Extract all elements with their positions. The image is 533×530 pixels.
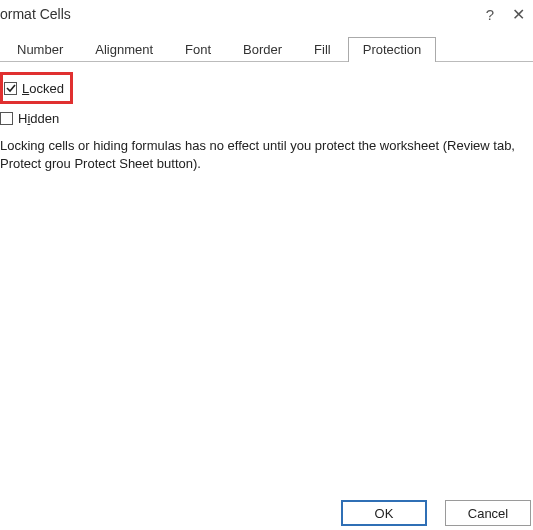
title-bar-buttons: ? ✕ [486,5,529,24]
close-icon[interactable]: ✕ [512,5,525,24]
option-locked[interactable]: Locked [4,77,64,99]
highlight-locked: Locked [0,72,73,104]
tab-strip: Number Alignment Font Border Fill Protec… [0,34,533,62]
option-locked-label: Locked [22,81,64,96]
help-icon[interactable]: ? [486,6,494,23]
tab-alignment[interactable]: Alignment [80,37,168,62]
option-hidden[interactable]: Hidden [0,107,533,129]
dialog-title: ormat Cells [0,6,71,22]
checkbox-icon[interactable] [4,82,17,95]
title-bar: ormat Cells ? ✕ [0,0,533,28]
checkbox-icon[interactable] [0,112,13,125]
tab-content: Locked Hidden Locking cells or hiding fo… [0,62,533,172]
option-hidden-label: Hidden [18,111,59,126]
dialog-footer: OK Cancel [341,500,531,526]
tab-font[interactable]: Font [170,37,226,62]
tab-number[interactable]: Number [2,37,78,62]
tab-protection[interactable]: Protection [348,37,437,62]
tab-fill[interactable]: Fill [299,37,346,62]
help-text: Locking cells or hiding formulas has no … [0,137,533,172]
cancel-button[interactable]: Cancel [445,500,531,526]
tab-border[interactable]: Border [228,37,297,62]
ok-button[interactable]: OK [341,500,427,526]
